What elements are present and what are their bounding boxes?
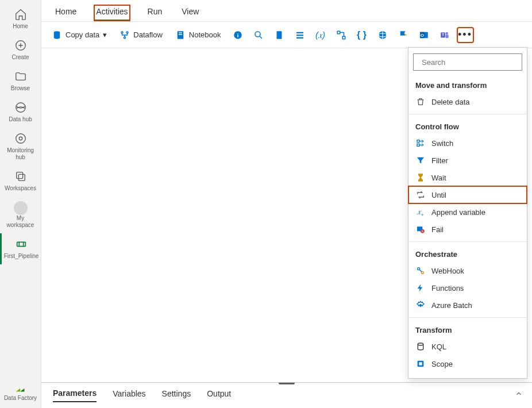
svg-rect-21	[337, 31, 340, 34]
dropdown-item-label: Scope	[431, 360, 453, 368]
divider	[408, 241, 527, 242]
dropdown-section-orchestrate: Orchestrate	[408, 245, 527, 262]
dropdown-item-fail[interactable]: Fail	[408, 221, 527, 238]
sidebar-product[interactable]: Data Factory	[0, 378, 41, 408]
dropdown-item-wait[interactable]: Wait	[408, 169, 527, 186]
info-button[interactable]: i	[229, 27, 246, 43]
variable-plus-icon: 𝑥+	[415, 207, 426, 217]
script-button[interactable]	[271, 27, 288, 43]
list-button[interactable]	[291, 27, 309, 43]
branch-icon	[119, 30, 130, 40]
copy-data-button[interactable]: Copy data ▾	[47, 28, 111, 43]
panel-tab-settings[interactable]: Settings	[162, 389, 191, 402]
search-button[interactable]	[250, 27, 267, 43]
sidebar-item-label: Workspaces	[5, 185, 36, 192]
dropdown-item-azure-batch[interactable]: Azure Batch	[408, 297, 527, 314]
svg-point-29	[445, 32, 448, 34]
plus-circle-icon	[14, 39, 27, 52]
teams-button[interactable]: T	[436, 27, 453, 43]
dropdown-item-functions[interactable]: Functions	[408, 279, 527, 297]
dropdown-item-label: WebHook	[431, 267, 464, 275]
sidebar: Home Create Browse Data hub Monitoring h…	[0, 0, 41, 408]
dropdown-item-label: Append variable	[431, 208, 485, 217]
flow-icon	[336, 30, 346, 40]
svg-rect-4	[16, 172, 22, 179]
database-icon	[52, 30, 62, 40]
datafactory-icon	[14, 382, 27, 395]
sidebar-item-workspaces[interactable]: Workspaces	[0, 165, 41, 197]
more-button[interactable]: •••	[457, 27, 474, 43]
tab-activities[interactable]: Activities	[94, 5, 130, 21]
sidebar-item-home[interactable]: Home	[0, 3, 41, 34]
svg-point-10	[124, 37, 126, 39]
sidebar-item-monitoring[interactable]: Monitoring hub	[0, 128, 41, 165]
sidebar-item-myworkspace[interactable]: My workspace	[0, 197, 41, 233]
dropdown-search[interactable]	[413, 53, 522, 71]
dropdown-search-input[interactable]	[422, 58, 518, 67]
svg-point-9	[126, 32, 128, 33]
dropdown-item-until[interactable]: Until	[408, 186, 527, 203]
svg-point-16	[255, 32, 260, 37]
sidebar-item-datahub[interactable]: Data hub	[0, 97, 41, 128]
dropdown-item-append-variable[interactable]: 𝑥+ Append variable	[408, 203, 527, 221]
sidebar-item-pipeline[interactable]: First_Pipeline	[0, 233, 41, 264]
tab-view[interactable]: View	[179, 5, 201, 21]
dropdown-section-move: Move and transform	[408, 76, 527, 93]
notebook-button[interactable]: Notebook	[171, 28, 226, 43]
scope-icon	[415, 359, 426, 369]
dropdown-item-switch[interactable]: Switch	[408, 134, 527, 152]
tab-run[interactable]: Run	[145, 5, 165, 21]
panel-tab-parameters[interactable]: Parameters	[53, 388, 97, 402]
bottom-panel: Parameters Variables Settings Output	[41, 382, 532, 408]
outlook-button[interactable]: O	[415, 27, 433, 43]
dropdown-item-webhook[interactable]: WebHook	[408, 262, 527, 279]
sidebar-item-label: Data hub	[9, 116, 32, 123]
svg-rect-34	[417, 144, 419, 146]
trash-icon	[415, 97, 426, 107]
switch-icon	[415, 138, 426, 148]
dropdown-item-scope[interactable]: Scope	[408, 355, 527, 372]
svg-text:i: i	[237, 32, 238, 38]
svg-point-2	[16, 134, 25, 144]
lightning-icon	[415, 283, 426, 293]
web-button[interactable]	[374, 27, 391, 43]
svg-rect-33	[417, 140, 419, 143]
panel-tab-output[interactable]: Output	[207, 389, 231, 402]
sidebar-item-label: Browse	[11, 85, 30, 92]
dropdown-item-label: Wait	[431, 174, 446, 182]
outlook-icon: O	[419, 30, 429, 40]
flag-button[interactable]	[395, 27, 412, 43]
panel-tab-variables[interactable]: Variables	[113, 389, 145, 402]
svg-rect-19	[296, 34, 303, 36]
sidebar-item-browse[interactable]: Browse	[0, 66, 41, 97]
dropdown-item-delete-data[interactable]: Delete data	[408, 93, 527, 110]
dropdown-item-kql[interactable]: KQL	[408, 338, 527, 355]
sidebar-item-label: Home	[13, 23, 28, 30]
panel-expand-button[interactable]	[515, 390, 523, 399]
bracket-button[interactable]: { }	[353, 27, 371, 43]
svg-rect-5	[18, 174, 25, 180]
gear-icon	[415, 300, 426, 310]
divider	[408, 114, 527, 114]
sidebar-item-label: Monitoring hub	[2, 147, 38, 161]
svg-point-3	[19, 137, 22, 140]
sidebar-item-label: First_Pipeline	[4, 253, 39, 260]
dropdown-item-label: Until	[431, 191, 446, 199]
workspaces-icon	[14, 170, 27, 183]
dropdown-item-filter[interactable]: Filter	[408, 152, 527, 169]
flag-icon	[398, 30, 408, 40]
globe-icon	[377, 30, 388, 40]
variable-button[interactable]: (𝑥)	[312, 27, 329, 43]
sidebar-item-create[interactable]: Create	[0, 34, 41, 66]
dataflow-button[interactable]: Dataflow	[115, 28, 167, 43]
sidebar-product-label: Data Factory	[4, 395, 37, 401]
svg-point-8	[121, 32, 123, 33]
list-icon	[295, 30, 305, 40]
sidebar-item-label: Create	[11, 54, 29, 61]
activities-dropdown: Move and transform Delete data Control f…	[408, 47, 527, 379]
dropdown-item-label: Filter	[431, 156, 448, 165]
top-tabs: Home Activities Run View	[41, 0, 532, 22]
flow-button[interactable]	[333, 27, 350, 43]
tab-home[interactable]: Home	[53, 5, 79, 21]
svg-rect-42	[419, 362, 422, 365]
